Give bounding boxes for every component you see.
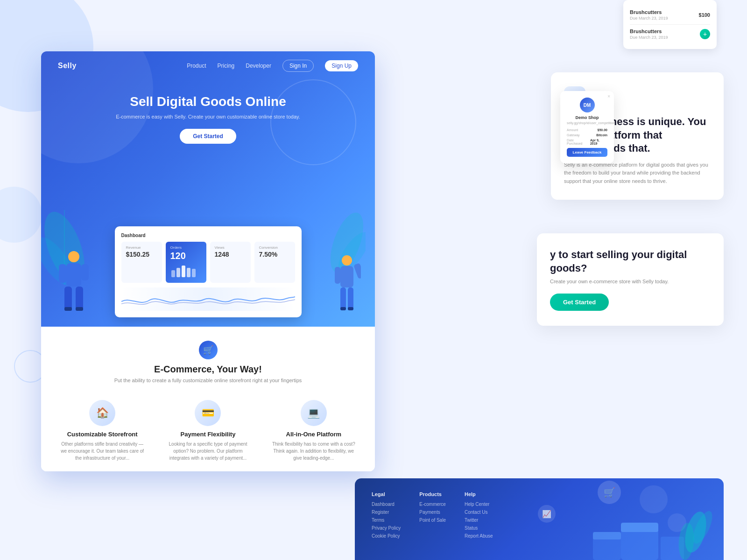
feature-icon-1: 💳 — [195, 400, 221, 426]
demo-date-row: Date Purchased Apr 9, 2019 — [567, 139, 607, 145]
demo-amount-value: $50.00 — [598, 128, 607, 132]
demo-avatar: DM — [580, 98, 595, 112]
footer-link-cookie[interactable]: Cookie Policy — [372, 533, 401, 539]
features-grid: 🏠 Customizable Storefront Other platform… — [52, 392, 364, 469]
nav-logo: Selly — [58, 62, 77, 70]
footer-link-ecommerce[interactable]: E-commerce — [419, 502, 446, 507]
revenue-metric: Revenue $150.25 — [121, 242, 162, 283]
svg-rect-6 — [176, 268, 180, 277]
svg-rect-20 — [353, 263, 361, 279]
dashboard-mock: Dashboard Revenue $150.25 Orders 120 — [115, 226, 302, 317]
signup-button[interactable]: Sign Up — [325, 60, 358, 71]
demo-gateway-label: Gateway — [567, 133, 580, 137]
feature-card-1: 💳 Payment Flexibility Looking for a spec… — [158, 392, 258, 469]
demo-amount-label: Amount — [567, 128, 578, 132]
footer-link-twitter[interactable]: Twitter — [465, 518, 493, 523]
footer-link-status[interactable]: Status — [465, 525, 493, 531]
footer-panel: Legal Dashboard Register Terms Privacy P… — [355, 478, 724, 560]
cta-subtitle: Create your own e-commerce store with Se… — [550, 279, 711, 284]
orders-metric: Orders 120 — [166, 242, 206, 283]
feature-title-2: All-in-One Platform — [269, 431, 358, 438]
footer-link-payments[interactable]: Payments — [419, 510, 446, 515]
platform-text: Selly is an e-commerce platform for digi… — [564, 161, 711, 186]
svg-rect-23 — [348, 287, 353, 310]
svg-rect-14 — [64, 287, 72, 310]
task-add-button[interactable]: + — [700, 29, 710, 39]
task-name-0: Brushcutters — [630, 9, 668, 15]
demo-gateway-row: Gateway Bitcoin — [567, 133, 607, 137]
footer-link-contact[interactable]: Contact Us — [465, 510, 493, 515]
cta-title: y to start selling your digital goods? — [550, 248, 711, 275]
svg-rect-12 — [59, 264, 66, 283]
cta-button[interactable]: Get Started — [550, 294, 609, 311]
footer-link-dashboard[interactable]: Dashboard — [372, 502, 401, 507]
website-card: Selly Product Pricing Developer Sign In … — [41, 51, 375, 471]
svg-rect-22 — [340, 287, 346, 310]
dashboard-metrics: Revenue $150.25 Orders 120 — [121, 242, 295, 283]
demo-shop-sub: selly.gg/shop/id/user_competition — [567, 121, 607, 125]
demo-date-label: Date Purchased — [567, 139, 590, 145]
nav-link-product[interactable]: Product — [187, 63, 206, 69]
features-icon: 🛒 — [199, 341, 218, 359]
svg-rect-8 — [187, 268, 190, 277]
views-metric: Views 1248 — [210, 242, 251, 283]
svg-rect-25 — [348, 307, 353, 310]
footer-link-report[interactable]: Report Abuse — [465, 533, 493, 539]
footer-chart-icon: 📈 — [538, 505, 556, 523]
task-item-1: Brushcutters Due March 23, 2019 + — [630, 25, 710, 43]
svg-rect-19 — [340, 266, 353, 287]
hero-content: Sell Digital Goods Online E-commerce is … — [41, 80, 375, 144]
svg-rect-7 — [182, 266, 185, 277]
demo-close-button[interactable]: × — [607, 94, 610, 99]
feature-card-0: 🏠 Customizable Storefront Other platform… — [52, 392, 152, 469]
navbar: Selly Product Pricing Developer Sign In … — [41, 51, 375, 80]
views-value: 1248 — [215, 251, 246, 258]
conversion-metric: Conversion 7.50% — [254, 242, 295, 283]
feature-text-2: Think flexibility has to come with a cos… — [269, 441, 358, 462]
svg-rect-16 — [64, 307, 72, 311]
nav-link-developer[interactable]: Developer — [246, 63, 271, 69]
footer-link-terms[interactable]: Terms — [372, 518, 401, 523]
features-title: E-Commerce, Your Way! — [52, 364, 364, 375]
figure-right — [333, 252, 361, 322]
svg-point-10 — [68, 251, 79, 262]
svg-rect-15 — [76, 287, 83, 310]
svg-rect-27 — [621, 523, 658, 532]
feature-text-0: Other platforms stifle brand creativity … — [58, 441, 147, 462]
feature-title-0: Customizable Storefront — [58, 431, 147, 438]
footer-link-helpcenter[interactable]: Help Center — [465, 502, 493, 507]
footer-col-title-help: Help — [465, 491, 493, 497]
svg-rect-5 — [171, 270, 175, 277]
features-subtitle: Put the ability to create a fully custom… — [52, 378, 364, 383]
demo-card: × DM Demo Shop selly.gg/shop/id/user_com… — [560, 91, 614, 163]
cta-panel: y to start selling your digital goods? C… — [537, 233, 724, 326]
feature-icon-0: 🏠 — [89, 400, 115, 426]
hero-section: Selly Product Pricing Developer Sign In … — [41, 51, 375, 327]
footer-link-privacy[interactable]: Privacy Policy — [372, 525, 401, 531]
svg-rect-24 — [340, 307, 346, 310]
views-label: Views — [215, 245, 246, 250]
signin-button[interactable]: Sign In — [282, 60, 314, 72]
task-panel: Brushcutters Due March 23, 2019 $100 Bru… — [623, 0, 717, 49]
demo-amount-row: Amount $50.00 — [567, 128, 607, 132]
footer-link-register[interactable]: Register — [372, 510, 401, 515]
demo-feedback-button[interactable]: Leave Feedback — [567, 148, 607, 157]
footer-col-legal: Legal Dashboard Register Terms Privacy P… — [372, 491, 401, 541]
revenue-label: Revenue — [126, 245, 157, 250]
hero-title: Sell Digital Goods Online — [50, 94, 366, 109]
conversion-label: Conversion — [259, 245, 290, 250]
svg-rect-29 — [593, 532, 621, 539]
task-item-0: Brushcutters Due March 23, 2019 $100 — [630, 6, 710, 25]
task-date-1: Due March 23, 2019 — [630, 35, 668, 40]
features-section: 🛒 E-Commerce, Your Way! Put the ability … — [41, 327, 375, 471]
feature-text-1: Looking for a specific type of payment o… — [163, 441, 252, 462]
feature-icon-2: 💻 — [301, 400, 327, 426]
footer-col-help: Help Help Center Contact Us Twitter Stat… — [465, 491, 493, 541]
demo-gateway-value: Bitcoin — [596, 133, 607, 137]
hero-cta-button[interactable]: Get Started — [180, 129, 236, 144]
feature-title-1: Payment Flexibility — [163, 431, 252, 438]
orders-value: 120 — [170, 251, 202, 261]
hero-subtitle: E-commerce is easy with Selly. Create yo… — [50, 114, 366, 119]
footer-link-pos[interactable]: Point of Sale — [419, 518, 446, 523]
nav-link-pricing[interactable]: Pricing — [218, 63, 235, 69]
